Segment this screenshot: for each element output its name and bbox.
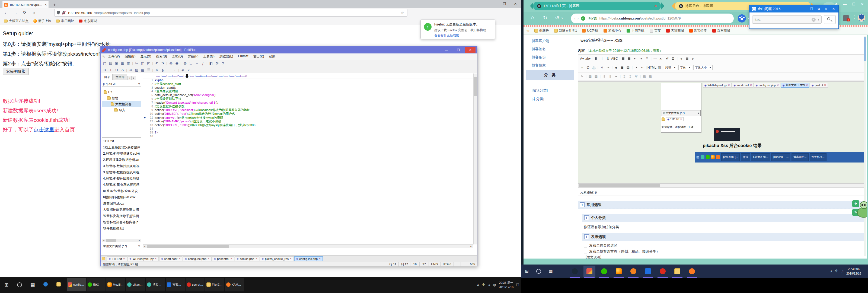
outdent-icon[interactable]: ⇤ xyxy=(632,57,638,60)
file-item[interactable]: 4.智警杯-爬虫及比赛问题 xyxy=(102,182,141,188)
sep[interactable]: | xyxy=(597,66,599,69)
backcolor-icon[interactable]: ab▾ xyxy=(585,57,591,60)
table-icon[interactable]: ▦ xyxy=(140,68,146,72)
browser-tab[interactable]: b 17E113的主页 - 博客园 ✕ xyxy=(533,2,661,10)
html-icon[interactable]: HTML xyxy=(648,66,656,69)
uc-browser-icon[interactable] xyxy=(627,266,639,277)
tree-node[interactable]: 智警 xyxy=(102,95,141,101)
document-tab[interactable]: ◈ snort.conf ✕ xyxy=(159,256,183,261)
cut-icon[interactable]: ✂ xyxy=(134,61,140,65)
paste-icon[interactable]: ◰ xyxy=(146,61,152,65)
tab-close-icon[interactable]: ✕ xyxy=(654,4,657,8)
window-mode-icon[interactable]: ❐ xyxy=(809,7,814,11)
close-button[interactable]: ✕ xyxy=(858,1,866,8)
file-item[interactable]: 2.智警杯-环境搭建及sql分 xyxy=(102,151,141,157)
file-item[interactable]: 1111.txt xyxy=(102,138,141,144)
split-icon[interactable]: ▩ xyxy=(648,75,653,79)
tree-node[interactable]: 大数据决赛 xyxy=(102,101,141,107)
open-file-icon[interactable]: ▤ xyxy=(108,61,114,65)
menu-item[interactable]: 文件(W) xyxy=(105,54,122,59)
chevron-down-icon[interactable]: ˅ xyxy=(561,17,563,20)
menu-item[interactable]: 窗口(K) xyxy=(251,54,267,59)
publish-candidate-option[interactable]: 发布至首页候选区 xyxy=(584,243,617,248)
ime-indicator[interactable]: 中 xyxy=(835,269,838,273)
copy-icon[interactable]: ◫ xyxy=(140,61,146,65)
favorite-item[interactable]: 电脑云 xyxy=(532,28,551,34)
bookmark-item[interactable]: 京东商城 xyxy=(77,18,99,24)
favorites-star-icon[interactable]: ☆ xyxy=(526,29,530,33)
font-size-dropdown[interactable]: 字体大小▾ xyxy=(693,65,713,70)
drive-select[interactable]: [E:] XIEJI˅ xyxy=(102,81,141,87)
link-icon[interactable]: ∞ xyxy=(128,68,134,72)
tab-close-icon[interactable]: ✕ xyxy=(44,3,47,6)
wrap-icon[interactable]: ≡ xyxy=(194,61,200,65)
menu-item[interactable]: 工具(G) xyxy=(201,54,217,59)
link-icon[interactable]: ∞ xyxy=(579,66,585,69)
user-avatar[interactable] xyxy=(858,14,865,22)
post-title-input[interactable]: web实验报告2----- XSS xyxy=(578,36,866,45)
address-bar[interactable]: ‹ › ✓ 博客园 https://i-beta.cnblogs.com/pos… xyxy=(571,13,734,23)
tab-close-icon[interactable]: ✕ xyxy=(255,258,257,260)
color-a-icon[interactable]: A xyxy=(120,68,126,72)
bookmark-item[interactable]: 新手上路 xyxy=(31,18,53,24)
check-icon[interactable]: ✓ xyxy=(186,68,192,72)
paragraph-dropdown[interactable]: 段落▾ xyxy=(664,65,677,70)
collapse-chevron-icon[interactable]: ⇟ xyxy=(584,215,589,220)
new-tab-button[interactable]: + xyxy=(51,2,58,8)
folder-icon[interactable] xyxy=(102,258,105,260)
close-button[interactable]: ✕ xyxy=(465,47,475,53)
bold-icon[interactable]: B xyxy=(102,68,108,72)
code-hscrollbar[interactable]: ◂▸ xyxy=(143,244,473,248)
indent-icon[interactable]: ⇥ xyxy=(638,57,644,60)
checkbox[interactable] xyxy=(584,244,587,247)
favorite-item[interactable]: 京东商城 xyxy=(710,28,733,34)
sep[interactable]: | xyxy=(611,66,613,69)
eraser-icon[interactable]: ◊ xyxy=(599,66,605,69)
sep[interactable]: | xyxy=(599,75,601,79)
network-icon[interactable]: ◍ xyxy=(493,283,496,287)
code-vscrollbar[interactable] xyxy=(473,74,477,244)
row-del-icon[interactable]: ➠ xyxy=(613,75,619,79)
help-icon[interactable]: ? xyxy=(220,61,226,65)
taskbar-window-button[interactable]: config.inc.ph... xyxy=(67,279,86,291)
publish-options-panel[interactable]: ⇟ 发布选项 xyxy=(582,233,866,241)
list-icon[interactable]: ☰ xyxy=(146,68,152,72)
show-desktop-button[interactable] xyxy=(864,265,865,278)
wechat-icon[interactable] xyxy=(598,266,610,277)
panel-arrow-left-icon[interactable]: ◂ xyxy=(127,76,131,80)
save-icon[interactable]: ▣ xyxy=(114,61,120,65)
desktop-pet-mascot[interactable] xyxy=(856,201,867,219)
tab-close-icon[interactable]: ✕ xyxy=(123,258,125,260)
save-all-icon[interactable]: ▦ xyxy=(120,61,126,65)
tab-close-icon[interactable]: ✕ xyxy=(208,258,210,260)
action-center-icon[interactable]: ❏ xyxy=(516,283,519,287)
align-left-icon[interactable]: ⫷ xyxy=(678,57,684,60)
ol-icon[interactable]: ☱ xyxy=(626,57,632,60)
row-before-icon[interactable]: ⫴ xyxy=(601,75,607,79)
sep[interactable]: | xyxy=(619,75,621,79)
taskbar-window-button[interactable]: 博客园后台 - 博... xyxy=(146,279,165,291)
extensions-icon[interactable]: ! xyxy=(843,15,849,21)
hr-icon[interactable]: — xyxy=(652,57,658,60)
document-tab[interactable]: ◈ post.html ✕ xyxy=(212,256,235,261)
explorer-icon[interactable] xyxy=(52,282,65,288)
sep[interactable]: | xyxy=(131,61,134,65)
steam-icon[interactable] xyxy=(569,266,581,277)
clear-icon[interactable]: ✕ xyxy=(812,18,816,22)
page-vscrollbar[interactable] xyxy=(864,36,866,256)
menu-item[interactable]: 文档(D) xyxy=(169,54,185,59)
bookmark-item[interactable]: 常用网址 xyxy=(54,18,76,24)
align-right-icon[interactable]: ⫸ xyxy=(690,57,696,60)
cell-props-icon[interactable]: ▦ xyxy=(593,75,599,79)
tag-icon[interactable]: ‹› xyxy=(154,68,160,72)
minimize-button[interactable]: — xyxy=(488,0,499,8)
dict-search-input[interactable]: lust ✕ ▾ xyxy=(752,16,822,24)
sep[interactable]: | xyxy=(645,66,647,69)
start-button[interactable]: ⊞ xyxy=(0,282,13,288)
sidebar-link[interactable]: 博客客户端 xyxy=(532,38,549,43)
common-options-panel[interactable]: ⇟ 常用选项 xyxy=(578,201,866,209)
settings-gear-icon[interactable]: ⚙ xyxy=(816,7,822,11)
pin-icon[interactable]: ➤ xyxy=(824,7,829,11)
file-item[interactable]: 智警杯总决赛考核内容.p xyxy=(102,219,141,226)
tab-close-icon[interactable]: ✕ xyxy=(155,258,157,260)
